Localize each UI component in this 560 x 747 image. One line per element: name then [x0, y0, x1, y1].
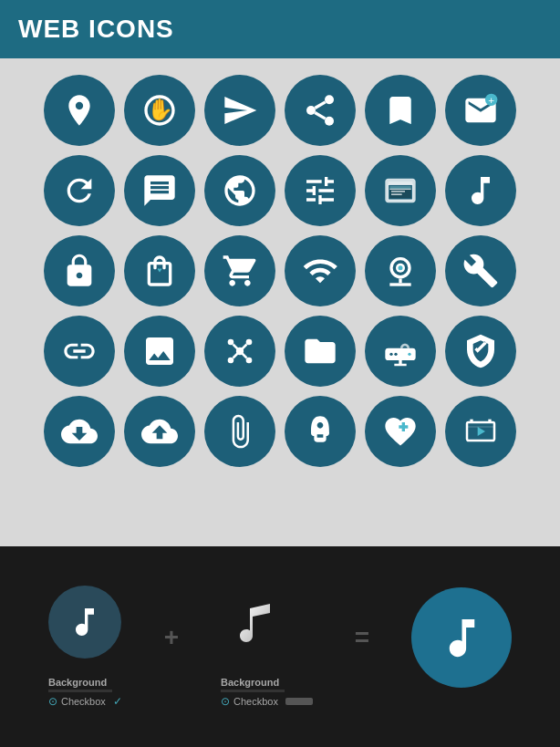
bottom-right-circle: [411, 587, 512, 688]
sliders-icon[interactable]: [285, 155, 356, 226]
bottom-middle-checkbox-label: Checkbox: [233, 696, 278, 707]
bottom-left-bg-label: Background: [48, 677, 122, 688]
bottom-middle-label-line: [221, 690, 285, 692]
svg-line-25: [233, 354, 238, 358]
shopping-cart-icon[interactable]: [204, 235, 275, 306]
bottom-middle-checkbox-rect: [285, 698, 313, 705]
icons-row-5: [18, 396, 542, 467]
lock-icon[interactable]: [44, 235, 115, 306]
svg-point-17: [399, 265, 403, 270]
svg-point-1: [325, 95, 334, 104]
rocket-icon[interactable]: [285, 396, 356, 467]
svg-point-30: [394, 353, 397, 356]
wifi-icon[interactable]: [285, 235, 356, 306]
video-play-icon[interactable]: [445, 396, 516, 467]
image-icon[interactable]: [124, 316, 195, 387]
bottom-middle-checkbox-icon: ⊙: [221, 695, 230, 708]
equals-operator: =: [355, 623, 369, 652]
svg-rect-11: [389, 186, 410, 189]
browser-icon[interactable]: [365, 155, 436, 226]
bottom-middle-checkbox-row: ⊙ Checkbox: [221, 695, 313, 708]
svg-point-29: [389, 353, 392, 356]
cloud-download-icon[interactable]: [44, 396, 115, 467]
paperclip-icon[interactable]: [204, 396, 275, 467]
icons-row-4: [18, 316, 542, 387]
page-title: WEB ICONS: [18, 15, 174, 44]
bottom-middle-circle: [221, 586, 294, 659]
bottom-left-label-line: [48, 690, 112, 692]
svg-line-23: [233, 345, 238, 349]
svg-line-4: [315, 113, 325, 119]
wrench-icon[interactable]: [445, 235, 516, 306]
bottom-section: Background ⊙ Checkbox ✓ +: [0, 546, 560, 747]
plus-operator: +: [164, 623, 179, 652]
svg-marker-35: [478, 427, 485, 436]
svg-point-31: [408, 353, 410, 356]
svg-text:+: +: [488, 94, 494, 106]
svg-point-20: [246, 339, 253, 346]
bottom-left-checkbox-label: Checkbox: [61, 696, 106, 707]
folder-icon[interactable]: [285, 316, 356, 387]
music-note-icon[interactable]: [445, 155, 516, 226]
main-container: WEB ICONS ✋: [0, 0, 560, 747]
svg-point-2: [306, 106, 316, 115]
stop-hand-icon[interactable]: ✋: [124, 75, 195, 146]
icons-area: ✋ +: [0, 58, 560, 546]
svg-point-3: [325, 117, 334, 126]
network-icon[interactable]: [285, 75, 356, 146]
refresh-icon[interactable]: [44, 155, 115, 226]
bottom-right-item: [411, 587, 512, 688]
svg-rect-13: [391, 191, 405, 192]
bottom-middle-bg-label: Background: [221, 677, 313, 688]
icons-row-1: ✋ +: [18, 75, 542, 146]
bookmark-icon[interactable]: [365, 75, 436, 146]
bottom-left-checkbox-row: ⊙ Checkbox ✓: [48, 695, 122, 708]
location-pin-icon[interactable]: [44, 75, 115, 146]
shield-icon[interactable]: [445, 316, 516, 387]
webcam-icon[interactable]: [365, 235, 436, 306]
chat-icon[interactable]: [124, 155, 195, 226]
svg-rect-8: [389, 182, 413, 184]
bottom-middle-item: Background ⊙ Checkbox: [221, 586, 313, 708]
svg-rect-14: [391, 193, 402, 195]
globe-icon[interactable]: [204, 155, 275, 226]
icons-row-3: [18, 235, 542, 306]
mail-icon[interactable]: +: [445, 75, 516, 146]
network-hub-icon[interactable]: [204, 316, 275, 387]
heart-plus-icon[interactable]: [365, 396, 436, 467]
svg-line-26: [243, 354, 247, 358]
header: WEB ICONS: [0, 0, 560, 58]
shopping-bag-icon[interactable]: [124, 235, 195, 306]
link-icon[interactable]: [44, 316, 115, 387]
bottom-left-item: Background ⊙ Checkbox ✓: [48, 586, 122, 708]
paper-plane-icon[interactable]: [204, 75, 275, 146]
bottom-left-check-mark: ✓: [113, 695, 122, 708]
svg-point-19: [228, 339, 234, 346]
icons-row-2: [18, 155, 542, 226]
bottom-left-circle: [48, 586, 121, 659]
svg-text:✋: ✋: [147, 97, 174, 122]
svg-line-5: [315, 102, 325, 109]
svg-point-22: [246, 358, 253, 364]
router-icon[interactable]: [365, 316, 436, 387]
bottom-left-checkbox-icon: ⊙: [48, 695, 57, 708]
cloud-upload-icon[interactable]: [124, 396, 195, 467]
svg-point-21: [228, 358, 234, 364]
svg-line-24: [243, 345, 247, 349]
